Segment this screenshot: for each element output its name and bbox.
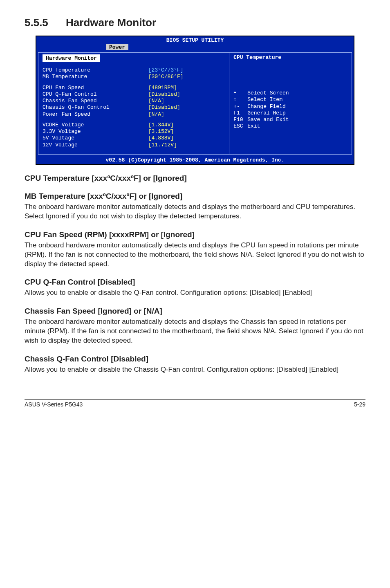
bios-label: 3.3V Voltage [43,128,148,135]
help-row: +-Change Field [233,103,347,110]
footer-right: 5-29 [354,401,365,408]
bios-row: Chassis Fan Speed[N/A] [43,98,225,104]
bios-value: [11.712V] [148,142,225,148]
help-desc: Exit [247,123,347,130]
subheading-cpu-temp: CPU Temperature [xxxºC/xxxºF] or [Ignore… [25,174,365,183]
bios-label: CPU Fan Speed [43,85,148,91]
help-desc: General Help [247,110,347,117]
bios-row: 12V Voltage[11.712V] [43,142,225,148]
bios-label: CPU Q-Fan Control [43,91,148,98]
bios-row: Chassis Q-Fan Control[Disabled] [43,104,225,111]
bios-label: 5V Voltage [43,135,148,141]
subheading-cpu-qfan: CPU Q-Fan Control [Disabled] [25,278,365,287]
bios-help-block: ⬌Select Screen ↕Select Item +-Change Fie… [233,90,347,130]
bios-label: 12V Voltage [43,142,148,148]
section-number: 5.5.5 [25,16,48,29]
section-text: Hardware Monitor [66,16,156,29]
help-desc: Save and Exit [247,117,347,123]
bios-row: Power Fan Speed[N/A] [43,111,225,118]
bios-label: MB Temperature [43,74,148,80]
body-text: The onboard hardware monitor automatical… [25,317,365,346]
help-row: F10Save and Exit [233,117,347,123]
bios-value: [Disabled] [148,91,225,98]
footer-left: ASUS V-Series P5G43 [25,401,83,408]
bios-value: [N/A] [148,98,225,104]
body-text: The onboard hardware monitor automatical… [25,202,365,221]
help-row: ESCExit [233,123,347,130]
bios-value: [Disabled] [148,104,225,111]
bios-row: 3.3V Voltage[3.152V] [43,128,225,135]
esc-key: ESC [233,123,247,130]
bios-tab-power: Power [106,44,128,50]
bios-row: VCORE Voltage[1.344V] [43,122,225,128]
bios-header: BIOS SETUP UTILITY [36,36,354,44]
bios-help-title: CPU Temperature [233,54,347,61]
help-row: F1General Help [233,110,347,117]
bios-value: [4.838V] [148,135,225,141]
section-title: 5.5.5 Hardware Monitor [25,16,365,29]
bios-screenshot: BIOS SETUP UTILITY Power Hardware Monito… [36,36,354,165]
bios-row: CPU Temperature[23°C/73°F] [43,67,225,74]
body-text: Allows you to enable or disable the Chas… [25,365,365,375]
bios-right-panel: CPU Temperature ⬌Select Screen ↕Select I… [229,53,352,154]
bios-value: [N/A] [148,111,225,118]
help-desc: Change Field [247,103,347,110]
subheading-mb-temp: MB Temperature [xxxºC/xxxºF] or [Ignored… [25,192,365,201]
bios-label: Chassis Q-Fan Control [43,104,148,111]
bios-value: [4891RPM] [148,85,225,91]
bios-value: [30°C/86°F] [148,74,225,80]
bios-value: [23°C/73°F] [148,67,225,74]
page-footer: ASUS V-Series P5G43 5-29 [25,399,365,408]
body-text: Allows you to enable or disable the Q-Fa… [25,288,365,298]
bios-panel-title: Hardware Monitor [43,54,100,62]
bios-row: 5V Voltage[4.838V] [43,135,225,141]
bios-footer: v02.58 (C)Copyright 1985-2008, American … [36,156,354,164]
subheading-chassis-fan: Chassis Fan Speed [Ignored] or [N/A] [25,307,365,316]
help-desc: Select Screen [247,90,347,97]
bios-label: Chassis Fan Speed [43,98,148,104]
bios-label: VCORE Voltage [43,122,148,128]
bios-row: CPU Fan Speed[4891RPM] [43,85,225,91]
bios-value: [3.152V] [148,128,225,135]
subheading-cpu-fan: CPU Fan Speed (RPM) [xxxxRPM] or [Ignore… [25,230,365,239]
help-row: ⬌Select Screen [233,90,347,97]
arrows-lr-icon: ⬌ [233,90,247,97]
arrows-ud-icon: ↕ [233,97,247,103]
bios-row: CPU Q-Fan Control[Disabled] [43,91,225,98]
plus-minus-icon: +- [233,103,247,110]
subheading-chassis-qfan: Chassis Q-Fan Control [Disabled] [25,355,365,364]
f1-key: F1 [233,110,247,117]
bios-label: CPU Temperature [43,67,148,74]
bios-row: MB Temperature[30°C/86°F] [43,74,225,80]
body-text: The onboard hardware monitor automatical… [25,241,365,269]
help-desc: Select Item [247,97,347,103]
bios-value: [1.344V] [148,122,225,128]
bios-label: Power Fan Speed [43,111,148,118]
bios-left-panel: Hardware Monitor CPU Temperature[23°C/73… [38,53,229,154]
bios-inner: Hardware Monitor CPU Temperature[23°C/73… [38,52,352,155]
bios-tab-row: Power [36,44,354,51]
f10-key: F10 [233,117,247,123]
help-row: ↕Select Item [233,97,347,103]
